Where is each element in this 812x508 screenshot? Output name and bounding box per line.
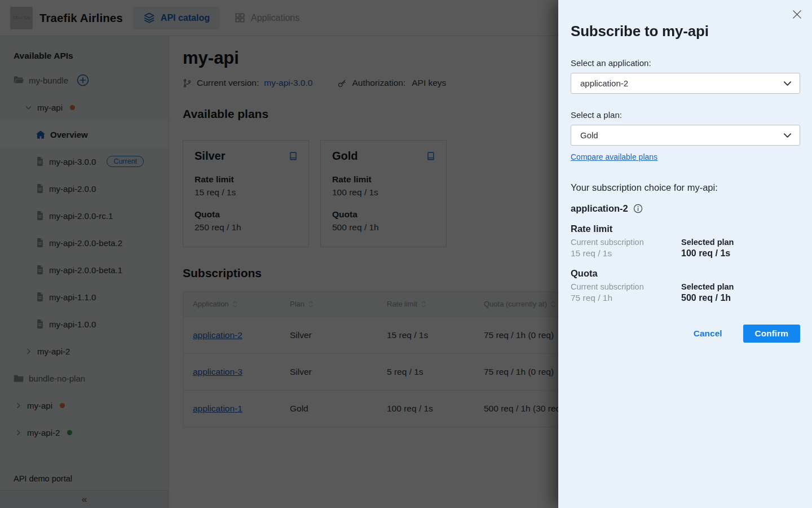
current-subscription-label: Current subscription xyxy=(571,238,681,247)
cancel-button[interactable]: Cancel xyxy=(694,329,722,339)
current-subscription-value: 75 req / 1h xyxy=(571,293,681,303)
chevron-down-icon xyxy=(783,81,792,86)
selected-plan-label: Selected plan xyxy=(681,238,800,247)
current-subscription-value: 15 req / 1s xyxy=(571,248,681,259)
plan-select-label: Select a plan: xyxy=(571,110,800,120)
plan-select-value: Gold xyxy=(580,130,598,140)
selected-plan-value: 500 req / 1h xyxy=(681,293,800,303)
selected-plan-value: 100 req / 1s xyxy=(681,248,800,259)
compare-plans-link[interactable]: Compare available plans xyxy=(571,152,657,161)
drawer-title: Subscribe to my-api xyxy=(571,23,800,40)
selected-plan-label: Selected plan xyxy=(681,282,800,291)
subscribe-drawer: Subscribe to my-api Select an applicatio… xyxy=(558,0,812,508)
close-icon[interactable] xyxy=(791,8,803,20)
section-title: Rate limit xyxy=(571,224,800,234)
subscription-choice-heading: Your subscription choice for my-api: xyxy=(571,182,800,193)
confirm-button[interactable]: Confirm xyxy=(743,325,800,343)
info-icon[interactable] xyxy=(633,204,643,213)
chosen-application-name: application-2 xyxy=(571,203,628,214)
section-title: Quota xyxy=(571,268,800,279)
application-select[interactable]: application-2 xyxy=(571,73,800,94)
current-subscription-label: Current subscription xyxy=(571,282,681,291)
application-select-label: Select an application: xyxy=(571,58,800,68)
chevron-down-icon xyxy=(783,133,792,138)
application-select-value: application-2 xyxy=(580,78,628,88)
rate-limit-comparison: Rate limit Current subscription Selected… xyxy=(571,224,800,259)
plan-select[interactable]: Gold xyxy=(571,125,800,146)
quota-comparison: Quota Current subscription Selected plan… xyxy=(571,268,800,303)
